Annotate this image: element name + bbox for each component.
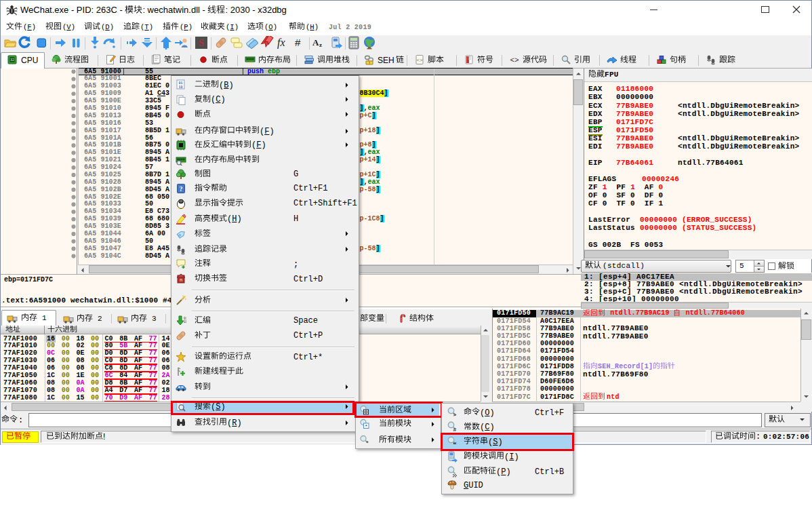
svg-text:<>: <>: [510, 56, 519, 64]
svg-text:n: n: [180, 277, 182, 283]
svg-text:10: 10: [178, 85, 182, 90]
svg-text:#: #: [295, 37, 301, 48]
svg-text:fx: fx: [277, 37, 285, 49]
svg-text:*: *: [366, 439, 369, 446]
svg-text:*: *: [365, 423, 367, 429]
svg-text:<>: <>: [416, 57, 423, 63]
svg-text:S: S: [199, 38, 204, 48]
svg-text:>: >: [453, 412, 457, 418]
svg-text:z: z: [319, 41, 322, 48]
svg-text:10: 10: [184, 320, 186, 324]
svg-text:A: A: [312, 37, 319, 47]
svg-text:?: ?: [180, 185, 183, 193]
